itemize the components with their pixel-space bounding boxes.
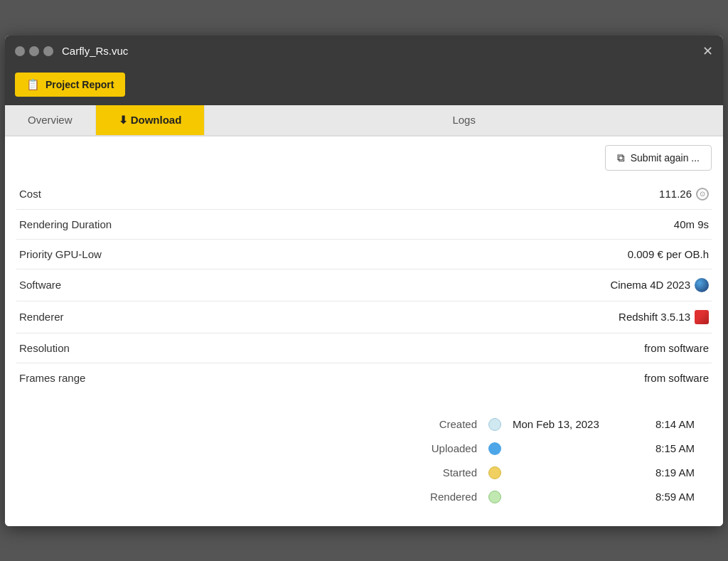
label-cost: Cost [19, 188, 41, 200]
timeline-time-rendered: 8:59 AM [645, 491, 695, 503]
window-controls [15, 46, 53, 56]
window-title: Carfly_Rs.vuc [62, 45, 128, 57]
timeline-dot-rendered [488, 491, 501, 503]
timeline-row-uploaded: Uploaded 8:15 AM [33, 437, 695, 461]
timeline-time-created: 8:14 AM [645, 418, 695, 430]
timeline-time-uploaded: 8:15 AM [645, 442, 695, 454]
title-bar-left: Carfly_Rs.vuc [15, 45, 128, 57]
window-control-dot [29, 46, 39, 56]
cost-icon: ⊙ [696, 188, 709, 201]
value-duration: 40m 9s [674, 218, 709, 230]
toolbar: 📋 Project Report [5, 67, 723, 105]
timeline-dot-created [488, 418, 501, 431]
cinema4d-icon [695, 278, 709, 292]
timeline-dot-started [488, 466, 501, 479]
tab-overview[interactable]: Overview [5, 105, 96, 135]
info-row-renderer: Renderer Redshift 3.5.13 [16, 301, 712, 333]
info-row-cost: Cost 111.26 ⊙ [16, 179, 712, 210]
project-report-button[interactable]: 📋 Project Report [15, 73, 125, 97]
timeline-label-uploaded: Uploaded [420, 442, 477, 454]
value-frames: from software [644, 372, 709, 384]
value-priority: 0.009 € per OB.h [628, 248, 709, 260]
submit-again-button[interactable]: ⧉ Submit again ... [605, 145, 712, 171]
value-cost: 111.26 ⊙ [659, 188, 709, 201]
window-control-dot [15, 46, 25, 56]
info-row-priority: Priority GPU-Low 0.009 € per OB.h [16, 240, 712, 269]
label-software: Software [19, 279, 61, 291]
timeline-row-started: Started 8:19 AM [33, 461, 695, 485]
value-software: Cinema 4D 2023 [610, 278, 709, 292]
value-resolution: from software [644, 342, 709, 354]
timeline-row-rendered: Rendered 8:59 AM [33, 485, 695, 509]
timeline-time-started: 8:19 AM [645, 466, 695, 479]
timeline-label-rendered: Rendered [420, 491, 477, 503]
copy-icon: ⧉ [617, 151, 625, 164]
label-duration: Rendering Duration [19, 218, 112, 230]
redshift-icon [695, 310, 709, 324]
label-frames: Frames range [19, 372, 85, 384]
label-resolution: Resolution [19, 342, 70, 354]
info-row-duration: Rendering Duration 40m 9s [16, 210, 712, 240]
submit-again-label: Submit again ... [631, 152, 700, 164]
info-row-frames: Frames range from software [16, 363, 712, 392]
label-renderer: Renderer [19, 311, 64, 323]
window-control-dot [43, 46, 53, 56]
content-area: ⧉ Submit again ... Cost 111.26 ⊙ Renderi… [5, 137, 723, 526]
action-bar: ⧉ Submit again ... [5, 137, 723, 179]
timeline-row-created: Created Mon Feb 13, 2023 8:14 AM [33, 412, 695, 437]
project-report-label: Project Report [46, 79, 114, 90]
report-icon: 📋 [26, 78, 40, 91]
value-renderer: Redshift 3.5.13 [619, 310, 709, 324]
tab-download[interactable]: ⬇ Download [96, 105, 205, 135]
close-button[interactable]: ✕ [702, 45, 713, 58]
tab-logs[interactable]: Logs [204, 105, 723, 135]
info-row-resolution: Resolution from software [16, 333, 712, 363]
timeline-date-created: Mon Feb 13, 2023 [513, 418, 633, 430]
timeline-section: Created Mon Feb 13, 2023 8:14 AM Uploade… [5, 401, 723, 526]
timeline-label-started: Started [420, 466, 477, 479]
label-priority: Priority GPU-Low [19, 248, 102, 260]
main-window: Carfly_Rs.vuc ✕ 📋 Project Report Overvie… [5, 36, 723, 526]
title-bar: Carfly_Rs.vuc ✕ [5, 36, 723, 67]
tab-bar: Overview ⬇ Download Logs [5, 105, 723, 137]
timeline-label-created: Created [420, 418, 477, 430]
info-rows: Cost 111.26 ⊙ Rendering Duration 40m 9s … [5, 179, 723, 392]
info-row-software: Software Cinema 4D 2023 [16, 269, 712, 301]
timeline-dot-uploaded [488, 442, 501, 455]
